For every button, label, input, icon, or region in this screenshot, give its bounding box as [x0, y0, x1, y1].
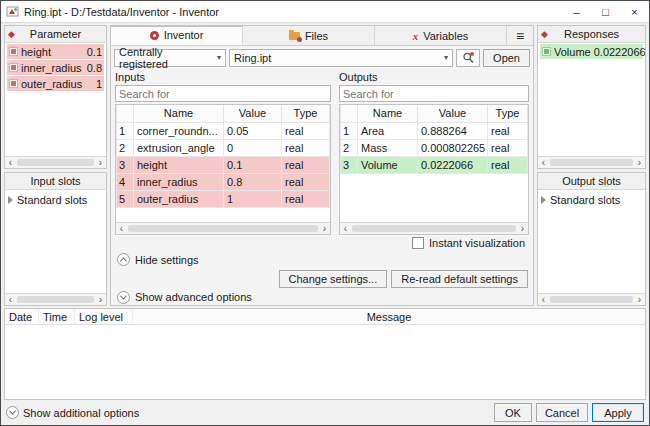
input-value-cell[interactable]: 1 [224, 190, 282, 207]
output-name-cell[interactable]: Volume [358, 156, 418, 173]
output-slots-hscrollbar[interactable]: ‹ › [538, 293, 645, 305]
input-type-cell[interactable]: real [282, 156, 330, 173]
outputs-row-3[interactable]: 3 Volume 0.0222066 real [341, 156, 528, 173]
input-name-cell[interactable]: outer_radius [134, 190, 224, 207]
chevron-down-icon: ▾ [444, 53, 448, 62]
input-type-cell[interactable]: real [282, 173, 330, 190]
inputs-col-type[interactable]: Type [282, 105, 330, 122]
inputs-row-3[interactable]: 3 height 0.1 real [117, 156, 330, 173]
scroll-right-icon[interactable]: › [95, 294, 106, 305]
scroll-left-icon[interactable]: ‹ [538, 157, 549, 168]
hide-settings-toggle[interactable]: Hide settings [111, 251, 533, 268]
scroll-right-icon[interactable]: › [319, 223, 330, 234]
close-button[interactable]: × [620, 1, 649, 22]
outputs-row-1[interactable]: 1 Area 0.888264 real [341, 122, 528, 139]
input-name-cell[interactable]: corner_roundn... [134, 122, 224, 139]
parameter-hscrollbar[interactable]: ‹ › [5, 156, 106, 168]
input-type-cell[interactable]: real [282, 190, 330, 207]
browse-button[interactable] [456, 49, 480, 67]
inputs-search-input[interactable] [115, 85, 331, 102]
input-slots-hscrollbar[interactable]: ‹ › [5, 293, 106, 305]
scroll-left-icon[interactable]: ‹ [340, 223, 351, 234]
outputs-row-2[interactable]: 2 Mass 0.000802265 real [341, 139, 528, 156]
input-value-cell[interactable]: 0.05 [224, 122, 282, 139]
standard-slots-expander[interactable]: Standard slots [8, 192, 103, 207]
show-additional-label[interactable]: Show additional options [23, 407, 139, 419]
input-type-cell[interactable]: real [282, 139, 330, 156]
row-number: 5 [117, 190, 134, 207]
registry-select[interactable]: Centrally registered ▾ [114, 49, 226, 67]
tab-inventor[interactable]: Inventor [111, 26, 243, 45]
parameter-row-inner-radius[interactable]: inner_radius 0.8 [7, 60, 104, 75]
scroll-left-icon[interactable]: ‹ [5, 157, 16, 168]
scroll-right-icon[interactable]: › [517, 223, 528, 234]
scroll-left-icon[interactable]: ‹ [538, 294, 549, 305]
output-value-cell[interactable]: 0.0222066 [418, 156, 488, 173]
file-select[interactable]: Ring.ipt ▾ [229, 49, 453, 67]
scrollbar-thumb[interactable] [17, 159, 94, 166]
inputs-row-1[interactable]: 1 corner_roundn... 0.05 real [117, 122, 330, 139]
right-column: ◆ Responses Volume 0.0222066 ‹ › [537, 25, 646, 306]
input-name-cell[interactable]: extrusion_angle [134, 139, 224, 156]
scrollbar-thumb[interactable] [352, 225, 516, 232]
output-name-cell[interactable]: Mass [358, 139, 418, 156]
titlebar[interactable]: Ring.ipt - D:/Testdata/Inventor - Invent… [1, 1, 649, 23]
scrollbar-thumb[interactable] [550, 296, 633, 303]
scroll-right-icon[interactable]: › [95, 157, 106, 168]
responses-header-label: Responses [564, 28, 619, 40]
inputs-row-2[interactable]: 2 extrusion_angle 0 real [117, 139, 330, 156]
outputs-col-value[interactable]: Value [418, 105, 488, 122]
open-button[interactable]: Open [483, 49, 530, 67]
scrollbar-thumb[interactable] [17, 296, 94, 303]
inputs-col-value[interactable]: Value [224, 105, 282, 122]
show-advanced-toggle[interactable]: Show advanced options [111, 289, 533, 305]
hamburger-menu-icon[interactable]: ≡ [507, 26, 533, 45]
apply-button[interactable]: Apply [592, 403, 644, 422]
center-column: Inventor Files x Variables ≡ Centrally r… [110, 25, 534, 306]
ok-button[interactable]: OK [494, 403, 532, 422]
parameter-row-outer-radius[interactable]: outer_radius 1 [7, 76, 104, 91]
input-type-cell[interactable]: real [282, 122, 330, 139]
outputs-col-name[interactable]: Name [358, 105, 418, 122]
output-value-cell[interactable]: 0.888264 [418, 122, 488, 139]
change-settings-button[interactable]: Change settings... [279, 270, 388, 288]
expand-chevron-icon[interactable] [6, 406, 19, 419]
output-value-cell[interactable]: 0.000802265 [418, 139, 488, 156]
inputs-row-4[interactable]: 4 inner_radius 0.8 real [117, 173, 330, 190]
output-type-cell[interactable]: real [488, 156, 528, 173]
tab-files-label: Files [305, 30, 328, 42]
scroll-right-icon[interactable]: › [634, 294, 645, 305]
scrollbar-thumb[interactable] [550, 159, 633, 166]
scroll-right-icon[interactable]: › [634, 157, 645, 168]
responses-hscrollbar[interactable]: ‹ › [538, 156, 645, 168]
outputs-search-input[interactable] [339, 85, 529, 102]
input-name-cell[interactable]: height [134, 156, 224, 173]
minimize-button[interactable]: – [562, 1, 591, 22]
maximize-button[interactable]: □ [591, 1, 620, 22]
outputs-col-type[interactable]: Type [488, 105, 528, 122]
tab-files[interactable]: Files [243, 26, 375, 45]
output-type-cell[interactable]: real [488, 139, 528, 156]
scrollbar-thumb[interactable] [128, 225, 318, 232]
input-name-cell[interactable]: inner_radius [134, 173, 224, 190]
inputs-hscrollbar[interactable]: ‹ › [116, 222, 330, 234]
row-number: 1 [341, 122, 358, 139]
instant-visualization-checkbox[interactable] [412, 237, 424, 249]
output-name-cell[interactable]: Area [358, 122, 418, 139]
parameter-row-height[interactable]: height 0.1 [7, 44, 104, 59]
inputs-col-name[interactable]: Name [134, 105, 224, 122]
scroll-left-icon[interactable]: ‹ [116, 223, 127, 234]
output-type-cell[interactable]: real [488, 122, 528, 139]
input-value-cell[interactable]: 0 [224, 139, 282, 156]
files-tab-icon [289, 32, 300, 40]
outputs-hscrollbar[interactable]: ‹ › [340, 222, 528, 234]
tab-variables[interactable]: x Variables [375, 26, 507, 45]
input-value-cell[interactable]: 0.8 [224, 173, 282, 190]
standard-slots-expander[interactable]: Standard slots [541, 192, 642, 207]
reread-defaults-button[interactable]: Re-read default settings [391, 270, 528, 288]
cancel-button[interactable]: Cancel [536, 403, 588, 422]
input-value-cell[interactable]: 0.1 [224, 156, 282, 173]
response-row-volume[interactable]: Volume 0.0222066 [540, 44, 643, 59]
inputs-row-5[interactable]: 5 outer_radius 1 real [117, 190, 330, 207]
scroll-left-icon[interactable]: ‹ [5, 294, 16, 305]
